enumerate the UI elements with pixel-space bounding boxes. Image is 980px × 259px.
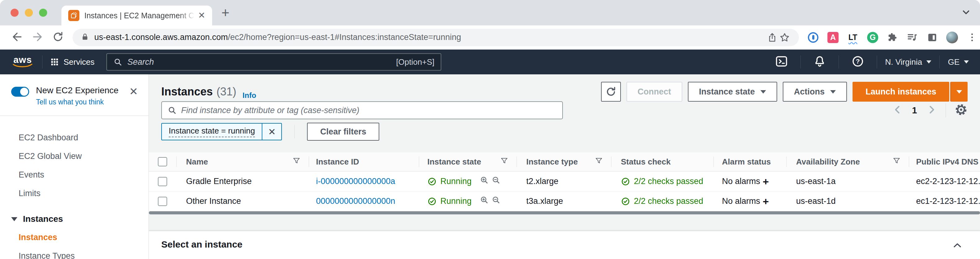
table-row[interactable]: Gradle Enterprise i-000000000000000a Run… — [149, 172, 980, 191]
sidebar-item-limits[interactable]: Limits — [0, 184, 148, 203]
sidebar-item-instances[interactable]: Instances — [0, 228, 148, 246]
filter-funnel-icon[interactable] — [293, 157, 301, 167]
refresh-button[interactable] — [601, 82, 621, 102]
browser-menu-icon[interactable] — [966, 31, 978, 44]
reader-extension-icon[interactable] — [926, 31, 939, 44]
languagetool-extension-icon[interactable]: LT — [846, 31, 859, 44]
filter-funnel-icon[interactable] — [595, 157, 603, 167]
horizontal-scrollbar[interactable] — [149, 211, 980, 215]
column-header-availability-zone[interactable]: Availability Zone — [786, 153, 909, 171]
filter-zoom-out-icon[interactable] — [492, 195, 501, 207]
window-controls[interactable] — [11, 9, 47, 17]
help-icon[interactable]: ? — [851, 55, 864, 69]
launch-instances-split-button[interactable] — [950, 82, 967, 102]
filter-zoom-in-icon[interactable] — [480, 176, 489, 187]
column-header-alarm-status[interactable]: Alarm status — [713, 153, 786, 171]
filter-funnel-icon[interactable] — [500, 157, 508, 167]
instance-state-menu-button[interactable]: Instance state — [688, 82, 777, 102]
column-header-instance-state[interactable]: Instance state — [419, 153, 516, 171]
detail-panel: Select an instance — [149, 231, 980, 259]
grammarly-extension-icon[interactable]: G — [867, 31, 879, 44]
back-button[interactable] — [11, 31, 23, 44]
prev-page-icon[interactable] — [892, 105, 903, 116]
tab-title: Instances | EC2 Management C — [84, 11, 195, 20]
playlist-extension-icon[interactable] — [906, 31, 919, 44]
notifications-bell-icon[interactable] — [813, 55, 826, 69]
status-check-passed: 2/2 checks passed — [621, 196, 703, 206]
remove-filter-icon[interactable]: ✕ — [262, 124, 281, 140]
filter-chip-instance-state[interactable]: Instance state = running ✕ — [161, 123, 282, 140]
bookmark-star-icon[interactable] — [778, 31, 791, 44]
chevron-down-icon — [926, 60, 931, 64]
extensions-puzzle-icon[interactable] — [886, 31, 899, 44]
aws-logo[interactable]: aws — [11, 56, 34, 68]
console-search-box[interactable]: Search [Option+S] — [107, 53, 441, 71]
table-row[interactable]: Other Instance 0000000000000000n Running… — [149, 191, 980, 211]
column-header-public-ipv4-dns[interactable]: Public IPv4 DNS — [909, 153, 980, 171]
sidebar-item-ec2-global-view[interactable]: EC2 Global View — [0, 147, 148, 165]
sidebar-item-instance-types[interactable]: Instance Types — [0, 246, 148, 259]
ec2-sidebar: New EC2 Experience Tell us what you thin… — [0, 75, 149, 259]
address-bar[interactable]: us-east-1.console.aws.amazon.com/ec2/hom… — [73, 29, 799, 46]
column-header-instance-type[interactable]: Instance type — [516, 153, 611, 171]
zoom-window-button[interactable] — [39, 9, 47, 17]
column-header-status-check[interactable]: Status check — [611, 153, 713, 171]
share-icon[interactable] — [766, 31, 778, 44]
select-all-checkbox[interactable] — [149, 153, 176, 171]
row-checkbox[interactable] — [149, 172, 176, 191]
filter-funnel-icon[interactable] — [892, 157, 900, 167]
url-text[interactable]: us-east-1.console.aws.amazon.com/ec2/hom… — [94, 33, 461, 42]
feedback-link[interactable]: Tell us what you think — [36, 98, 118, 106]
find-instance-input[interactable] — [181, 106, 557, 115]
instance-type: t2.xlarge — [516, 172, 611, 191]
forward-button[interactable] — [32, 31, 43, 44]
add-alarm-icon[interactable]: + — [763, 196, 769, 207]
browser-tab[interactable]: Instances | EC2 Management C ✕ — [61, 6, 212, 25]
sidebar-item-ec2-dashboard[interactable]: EC2 Dashboard — [0, 128, 148, 147]
instance-type: t3a.xlarge — [516, 191, 611, 211]
aws-logo-text: aws — [13, 56, 32, 64]
profile-avatar[interactable] — [946, 31, 958, 44]
add-alarm-icon[interactable]: + — [763, 176, 769, 187]
column-header-name[interactable]: Name — [176, 153, 309, 171]
clear-filters-button[interactable]: Clear filters — [307, 123, 379, 141]
launch-instances-button[interactable]: Launch instances — [853, 82, 949, 102]
reload-button[interactable] — [52, 31, 64, 44]
availability-zone: us-east-1a — [786, 172, 909, 191]
column-header-instance-id[interactable]: Instance ID — [309, 153, 419, 171]
tab-search-chevron-icon[interactable] — [961, 7, 971, 19]
sidebar-section-instances[interactable]: Instances — [0, 210, 148, 228]
browser-toolbar: us-east-1.console.aws.amazon.com/ec2/hom… — [0, 25, 980, 49]
region-selector[interactable]: N. Virginia — [885, 57, 931, 67]
minimize-window-button[interactable] — [25, 9, 33, 17]
tab-close-icon[interactable]: ✕ — [198, 11, 205, 20]
row-checkbox[interactable] — [149, 191, 176, 211]
current-page[interactable]: 1 — [912, 105, 917, 116]
new-tab-button[interactable]: + — [221, 6, 229, 19]
a-extension-icon[interactable]: A — [827, 31, 839, 44]
instance-id-link[interactable]: i-000000000000000a — [316, 176, 395, 186]
filter-zoom-in-icon[interactable] — [480, 195, 489, 207]
new-experience-toggle[interactable] — [11, 87, 29, 97]
instance-name: Other Instance — [176, 191, 309, 211]
cloudshell-icon[interactable] — [775, 55, 788, 69]
info-link[interactable]: Info — [242, 91, 256, 100]
next-page-icon[interactable] — [926, 105, 937, 116]
filter-zoom-out-icon[interactable] — [492, 176, 501, 187]
browser-window: Instances | EC2 Management C ✕ + us-east… — [0, 0, 980, 259]
services-menu[interactable]: Services — [51, 57, 95, 67]
close-window-button[interactable] — [11, 9, 19, 17]
sidebar-item-events[interactable]: Events — [0, 165, 148, 184]
onepassword-extension-icon[interactable] — [807, 31, 819, 44]
find-instance-search[interactable] — [161, 101, 563, 119]
connect-button[interactable]: Connect — [627, 82, 682, 102]
search-icon — [167, 106, 177, 115]
instance-id-link[interactable]: 0000000000000000n — [316, 196, 395, 206]
collapse-panel-icon[interactable] — [952, 240, 963, 252]
actions-menu-button[interactable]: Actions — [783, 82, 847, 102]
lock-icon[interactable] — [81, 33, 89, 43]
preferences-gear-icon[interactable] — [955, 103, 967, 118]
account-menu[interactable]: GE — [948, 57, 969, 67]
section-expand-icon — [11, 217, 18, 221]
sidebar-close-icon[interactable]: ✕ — [129, 86, 138, 97]
